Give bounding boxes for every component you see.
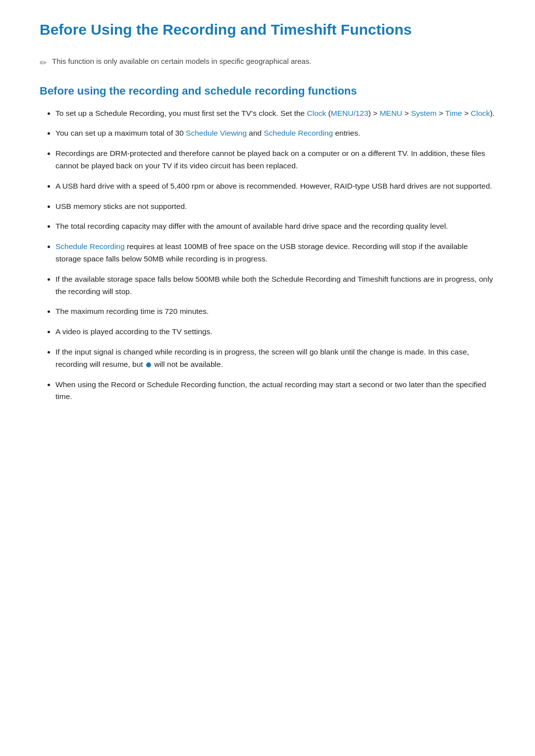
list-item: A video is played according to the TV se… [55, 326, 495, 338]
inline-text: > [436, 109, 445, 117]
inline-text: USB memory sticks are not supported. [55, 202, 187, 210]
inline-text: If the input signal is changed while rec… [55, 348, 469, 368]
list-item: If the input signal is changed while rec… [55, 346, 495, 371]
section-title: Before using the recording and schedule … [40, 84, 495, 99]
bullet-list: To set up a Schedule Recording, you must… [40, 107, 495, 403]
inline-link[interactable]: MENU [379, 109, 402, 117]
inline-text: ). [490, 109, 494, 117]
list-item: You can set up a maximum total of 30 Sch… [55, 127, 495, 140]
inline-text: Recordings are DRM-protected and therefo… [55, 149, 485, 170]
inline-link[interactable]: Schedule Recording [55, 242, 125, 251]
list-item: Schedule Recording requires at least 100… [55, 241, 495, 265]
inline-text: To set up a Schedule Recording, you must… [55, 109, 307, 117]
inline-text: When using the Record or Schedule Record… [55, 380, 486, 401]
inline-text: will not be available. [152, 360, 223, 368]
page-title: Before Using the Recording and Timeshift… [40, 20, 495, 43]
inline-link[interactable]: System [411, 109, 437, 117]
inline-link[interactable]: Clock [471, 109, 490, 117]
inline-text: > [402, 109, 411, 117]
inline-text: You can set up a maximum total of 30 [55, 129, 186, 137]
list-item: When using the Record or Schedule Record… [55, 379, 495, 403]
note-icon: ✏ [40, 57, 47, 68]
inline-text: A video is played according to the TV se… [55, 327, 213, 336]
list-item: The maximum recording time is 720 minute… [55, 305, 495, 318]
list-item: To set up a Schedule Recording, you must… [55, 107, 495, 120]
inline-text: If the available storage space falls bel… [55, 275, 493, 296]
inline-text: and [247, 129, 264, 137]
list-item: USB memory sticks are not supported. [55, 201, 495, 213]
inline-dot [146, 362, 151, 367]
inline-text: ( [326, 109, 330, 117]
inline-link[interactable]: Time [445, 109, 462, 117]
inline-text: A USB hard drive with a speed of 5,400 r… [55, 182, 492, 190]
list-item: A USB hard drive with a speed of 5,400 r… [55, 180, 495, 193]
inline-link[interactable]: MENU/123 [331, 109, 369, 117]
note-text: This function is only available on certa… [52, 57, 312, 65]
list-item: If the available storage space falls bel… [55, 273, 495, 298]
inline-text: ) > [369, 109, 380, 117]
inline-text: The maximum recording time is 720 minute… [55, 307, 209, 315]
list-item: Recordings are DRM-protected and therefo… [55, 148, 495, 172]
inline-text: The total recording capacity may differ … [55, 222, 448, 230]
inline-link[interactable]: Schedule Viewing [186, 129, 247, 137]
inline-text: > [462, 109, 471, 117]
inline-link[interactable]: Clock [307, 109, 326, 117]
note-row: ✏ This function is only available on cer… [40, 57, 495, 68]
inline-link[interactable]: Schedule Recording [264, 129, 333, 137]
list-item: The total recording capacity may differ … [55, 220, 495, 233]
inline-text: entries. [333, 129, 360, 137]
